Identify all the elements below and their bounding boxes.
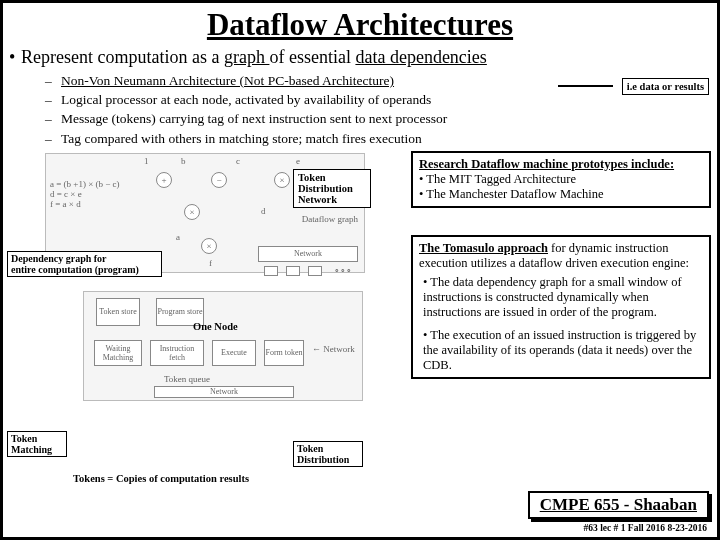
to-network-label: ← Network xyxy=(312,344,355,354)
bullet-text-graph: graph xyxy=(224,47,269,67)
eq-line-3: f = a × d xyxy=(50,200,120,210)
net-ellipsis: ∘∘∘ xyxy=(334,266,352,276)
graph-label-b: b xyxy=(181,156,186,166)
op-node-times-1: × xyxy=(274,172,290,188)
course-footer: CMPE 655 - Shaaban xyxy=(528,491,709,519)
sub-bullet-4: Tag compared with others in matching sto… xyxy=(61,131,422,146)
net-unit-2 xyxy=(286,266,300,276)
arrow-to-note xyxy=(558,85,613,87)
note-ie-data-or-results: i.e data or results xyxy=(622,78,709,95)
op-node-minus: − xyxy=(211,172,227,188)
network-bar-2: Network xyxy=(154,386,294,398)
one-node-caption: One Node xyxy=(193,321,238,332)
execute-box: Execute xyxy=(212,340,256,366)
graph-label-d: d xyxy=(261,206,266,216)
bullet-text-2: of essential xyxy=(269,47,355,67)
tomasulo-panel: The Tomasulo approach for dynamic instru… xyxy=(411,235,711,379)
research-item-1: • The MIT Tagged Architecture xyxy=(419,172,703,187)
sub-bullet-list: Non-Von Neumann Architecture (Not PC-bas… xyxy=(3,70,717,151)
network-bar: Network xyxy=(258,246,358,262)
graph-label-1: 1 xyxy=(144,156,149,166)
instruction-fetch-box: Instruction fetch xyxy=(150,340,204,366)
dependency-graph-label: Dependency graph for entire computation … xyxy=(7,251,162,277)
net-unit-1 xyxy=(264,266,278,276)
graph-label-e: e xyxy=(296,156,300,166)
footer-meta: #63 lec # 1 Fall 2016 8-23-2016 xyxy=(584,523,707,533)
bullet-text-dep: data dependencies xyxy=(355,47,486,67)
one-node-diagram: Token store Program store Waiting Matchi… xyxy=(83,291,363,401)
bullet-text-1: Represent computation as a xyxy=(21,47,224,67)
sub-bullet-2: Logical processor at each node, activate… xyxy=(61,92,431,107)
graph-label-f: f xyxy=(209,258,212,268)
token-distribution-network-label: Token Distribution Network xyxy=(293,169,371,208)
tomasulo-p2: • The data dependency graph for a small … xyxy=(419,275,703,320)
main-area: a = (b +1) × (b − c) d = c × e f = a × d… xyxy=(3,151,717,531)
tomasulo-heading: The Tomasulo approach xyxy=(419,241,548,255)
tomasulo-p3: • The execution of an issued instruction… xyxy=(419,328,703,373)
waiting-matching-box: Waiting Matching xyxy=(94,340,142,366)
op-node-times-2: × xyxy=(184,204,200,220)
dataflow-graph-label: Dataflow graph xyxy=(302,214,358,224)
course-code: CMPE 655 - Shaaban xyxy=(540,495,697,514)
research-prototypes-panel: Research Dataflow machine prototypes inc… xyxy=(411,151,711,208)
form-token-box: Form token xyxy=(264,340,304,366)
tokens-copies-caption: Tokens = Copies of computation results xyxy=(73,473,249,484)
token-distribution-label: Token Distribution xyxy=(293,441,363,467)
sub-bullet-1: Non-Von Neumann Architecture (Not PC-bas… xyxy=(61,73,394,88)
graph-label-c: c xyxy=(236,156,240,166)
token-matching-label: Token Matching xyxy=(7,431,67,457)
net-unit-3 xyxy=(308,266,322,276)
op-node-plus: + xyxy=(156,172,172,188)
research-heading: Research Dataflow machine prototypes inc… xyxy=(419,157,674,171)
bullet-main: Represent computation as a graph of esse… xyxy=(3,45,717,70)
token-queue-label: Token queue xyxy=(164,374,210,384)
token-store-box: Token store xyxy=(96,298,140,326)
page-title: Dataflow Architectures xyxy=(3,3,717,45)
op-node-times-3: × xyxy=(201,238,217,254)
research-item-2: • The Manchester Dataflow Machine xyxy=(419,187,703,202)
graph-label-a: a xyxy=(176,232,180,242)
sub-bullet-3: Message (tokens) carrying tag of next in… xyxy=(61,111,447,126)
